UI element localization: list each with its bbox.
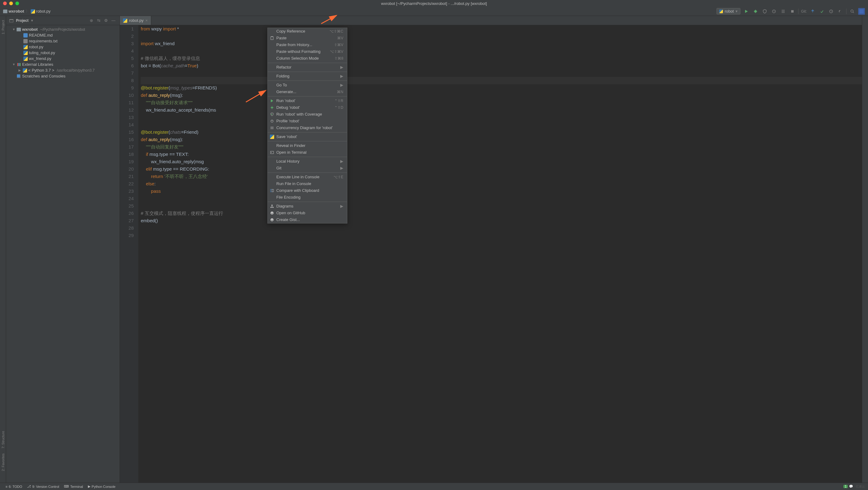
- code-content[interactable]: from wxpy import * import wx_friend # 微信…: [138, 25, 862, 483]
- svg-rect-39: [271, 207, 272, 208]
- menu-item-diagrams[interactable]: Diagrams▶: [268, 203, 347, 210]
- editor-tab-robot[interactable]: robot.py ×: [120, 16, 151, 25]
- menu-item-debug-robot-[interactable]: Debug 'robot'⌃⇧D: [268, 104, 347, 111]
- menu-item-paste-without-formatting[interactable]: Paste without Formatting⌥⇧⌘V: [268, 48, 347, 55]
- tree-file[interactable]: wx_friend.py: [6, 56, 120, 61]
- menu-item-run-file-in-console[interactable]: Run File in Console: [268, 180, 347, 187]
- menu-item-run-robot-[interactable]: Run 'robot'⌃⇧R: [268, 97, 347, 104]
- profile-button[interactable]: [771, 8, 777, 15]
- menu-item-paste[interactable]: Paste⌘V: [268, 35, 347, 41]
- menu-item-concurrency-diagram-for-robot-[interactable]: Concurrency Diagram for 'robot': [268, 124, 347, 131]
- menu-item-git[interactable]: Git▶: [268, 165, 347, 172]
- locate-button[interactable]: ⊕: [88, 18, 94, 24]
- bottom-python[interactable]: ▶Python Console: [86, 485, 118, 488]
- stop-button[interactable]: [789, 8, 796, 15]
- code-editor[interactable]: 1234567891011121314151617181920212223242…: [120, 25, 862, 483]
- menu-item-paste-from-history-[interactable]: Paste from History...⇧⌘V: [268, 41, 347, 48]
- tree-external-libs[interactable]: ▼ External Libraries: [6, 61, 120, 67]
- settings-button[interactable]: ⚙: [103, 18, 109, 24]
- menu-item-reveal-in-finder[interactable]: Reveal in Finder: [268, 142, 347, 149]
- menu-item-local-history[interactable]: Local History▶: [268, 158, 347, 165]
- left-tool-rail: 1: Project 7: Structure 2: Favorites: [0, 16, 6, 483]
- git-label: Git:: [801, 9, 807, 13]
- bottom-todo[interactable]: ≡6: TODO: [3, 485, 25, 488]
- menu-item-copy-reference[interactable]: Copy Reference⌥⇧⌘C: [268, 28, 347, 35]
- svg-line-7: [774, 11, 775, 12]
- github-icon: [270, 218, 275, 222]
- svg-line-43: [272, 206, 273, 207]
- maximize-window-button[interactable]: [16, 2, 19, 5]
- rail-structure[interactable]: 7: Structure: [1, 429, 5, 451]
- run-configuration-selector[interactable]: robot ▾: [716, 8, 741, 14]
- project-tool-window: Project ▾ ⊕ ⇆ ⚙ — ▼ wxrobot ~/PycharmPro…: [6, 16, 120, 483]
- git-commit-button[interactable]: [818, 8, 825, 15]
- file-icon: [23, 51, 28, 55]
- breadcrumb-file[interactable]: robot.py: [31, 9, 51, 13]
- menu-item-compare-with-clipboard[interactable]: Compare with Clipboard: [268, 187, 347, 194]
- expand-arrow-icon[interactable]: ▼: [12, 28, 16, 31]
- bottom-terminal[interactable]: ⌨Terminal: [61, 485, 86, 488]
- git-history-button[interactable]: [828, 8, 835, 15]
- menu-item-create-gist-[interactable]: Create Gist...: [268, 216, 347, 223]
- menu-item-open-on-github[interactable]: Open on GitHub: [268, 210, 347, 216]
- breadcrumb: wxrobot 〉 robot.py: [3, 9, 716, 14]
- rail-favorites[interactable]: 2: Favorites: [1, 451, 5, 473]
- ide-settings-button[interactable]: [858, 8, 865, 15]
- menu-item-folding[interactable]: Folding▶: [268, 73, 347, 80]
- menu-item-profile-robot-[interactable]: Profile 'robot': [268, 118, 347, 124]
- tree-root[interactable]: ▼ wxrobot ~/PycharmProjects/wxrobot: [6, 26, 120, 32]
- concurrency-button[interactable]: [780, 8, 786, 15]
- bottom-vcs[interactable]: ⎇9: Version Control: [25, 485, 61, 488]
- menu-item-save-robot-[interactable]: Save 'robot': [268, 133, 347, 140]
- run-button[interactable]: [743, 8, 750, 15]
- svg-rect-15: [859, 9, 864, 13]
- rail-project[interactable]: 1: Project: [1, 18, 5, 37]
- menu-item-open-in-terminal[interactable]: Open in Terminal: [268, 149, 347, 156]
- coverage-button[interactable]: [761, 8, 768, 15]
- svg-rect-18: [17, 63, 18, 66]
- tree-file[interactable]: README.md: [6, 32, 120, 38]
- tree-python-interpreter[interactable]: ▶ < Python 3.7 > /usr/local/bin/python3.…: [6, 67, 120, 73]
- menu-item-column-selection-mode[interactable]: Column Selection Mode⇧⌘8: [268, 55, 347, 62]
- git-revert-button[interactable]: [837, 8, 844, 15]
- close-tab-button[interactable]: ×: [145, 18, 148, 23]
- terminal-icon: ⌨: [64, 485, 69, 488]
- menu-item-generate-[interactable]: Generate...⌘N: [268, 89, 347, 95]
- menu-item-refactor[interactable]: Refactor▶: [268, 64, 347, 71]
- svg-rect-19: [19, 63, 19, 66]
- minimize-window-button[interactable]: [9, 2, 13, 5]
- close-window-button[interactable]: [3, 2, 7, 5]
- python-icon: ▶: [88, 485, 90, 488]
- menu-item-go-to[interactable]: Go To▶: [268, 82, 347, 89]
- python-file-icon: [31, 9, 35, 13]
- event-log-badge[interactable]: 1: [843, 485, 848, 488]
- tree-file[interactable]: robot.py: [6, 44, 120, 50]
- tree-file[interactable]: requirements.txt: [6, 38, 120, 44]
- menu-item-file-encoding[interactable]: File Encoding: [268, 194, 347, 201]
- main-area: 1: Project 7: Structure 2: Favorites Pro…: [0, 16, 868, 483]
- menu-item-execute-line-in-console[interactable]: Execute Line in Console⌥⇧E: [268, 174, 347, 180]
- expand-button[interactable]: ⇆: [96, 18, 102, 24]
- svg-rect-40: [272, 207, 274, 208]
- svg-rect-17: [9, 19, 13, 20]
- expand-arrow-icon[interactable]: ▶: [19, 68, 22, 72]
- breadcrumb-project[interactable]: wxrobot: [3, 9, 24, 13]
- todo-icon: ≡: [5, 485, 7, 488]
- minimize-button[interactable]: —: [110, 18, 117, 24]
- tree-scratches[interactable]: Scratches and Consoles: [6, 73, 120, 79]
- folder-icon: [17, 28, 21, 31]
- editor-area: robot.py × 12345678910111213141516171819…: [120, 16, 862, 483]
- panel-title[interactable]: Project: [16, 19, 29, 23]
- search-button[interactable]: [849, 8, 856, 15]
- submenu-arrow-icon: ▶: [340, 64, 343, 71]
- tree-file[interactable]: tuling_robot.py: [6, 50, 120, 56]
- git-update-button[interactable]: [809, 8, 816, 15]
- watermark: 亿速云: [856, 485, 865, 489]
- expand-arrow-icon[interactable]: ▼: [12, 63, 16, 66]
- menu-item-run-robot-with-coverage[interactable]: Run 'robot' with Coverage: [268, 111, 347, 118]
- project-panel-header: Project ▾ ⊕ ⇆ ⚙ —: [6, 16, 120, 25]
- svg-point-0: [754, 10, 757, 12]
- event-log-icon[interactable]: 💬: [849, 485, 853, 488]
- debug-button[interactable]: [752, 8, 759, 15]
- chevron-down-icon[interactable]: ▾: [31, 18, 33, 23]
